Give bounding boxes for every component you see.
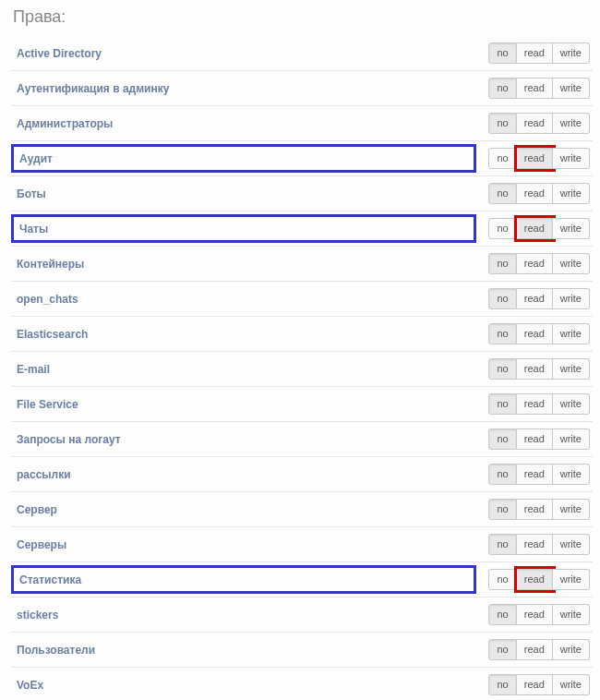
permission-read-button[interactable]: read (517, 78, 553, 99)
permission-no-button[interactable]: no (488, 604, 516, 625)
permission-no-button[interactable]: no (488, 253, 516, 274)
permission-row: Чатыnoreadwrite (11, 211, 593, 247)
permission-label: VoEx (17, 679, 43, 692)
permission-write-button[interactable]: write (553, 569, 590, 590)
permission-read-button[interactable]: read (517, 674, 553, 695)
permission-no-button[interactable]: no (488, 464, 516, 485)
permission-write-button[interactable]: write (553, 604, 590, 625)
permission-read-button[interactable]: read (517, 323, 553, 344)
permission-write-button[interactable]: write (553, 358, 590, 380)
permission-write-button[interactable]: write (553, 288, 590, 309)
permission-read-button[interactable]: read (517, 358, 553, 380)
permission-no-button[interactable]: no (488, 42, 516, 64)
permission-buttons: noreadwrite (487, 603, 591, 626)
permission-read-button[interactable]: read (517, 428, 553, 450)
permission-buttons: noreadwrite (487, 673, 591, 696)
permission-label: E-mail (17, 363, 50, 376)
permission-buttons: noreadwrite (487, 463, 591, 486)
permission-no-button[interactable]: no (488, 499, 516, 520)
permission-label: Администраторы (17, 117, 113, 130)
permission-label: рассылки (17, 468, 71, 481)
permission-buttons: noreadwrite (487, 287, 591, 310)
permission-read-button[interactable]: read (517, 42, 553, 64)
permission-no-button[interactable]: no (488, 288, 516, 309)
permission-no-button[interactable]: no (488, 113, 516, 134)
permission-read-button[interactable]: read (517, 534, 553, 555)
permission-no-button[interactable]: no (488, 639, 516, 660)
permission-row: VoExnoreadwrite (11, 668, 593, 700)
permission-row: Аудитnoreadwrite (11, 141, 593, 176)
highlight-box: Чаты (11, 214, 476, 243)
permission-read-button[interactable]: read (517, 218, 553, 239)
permission-no-button[interactable]: no (488, 218, 516, 239)
permission-row: Ботыnoreadwrite (11, 176, 593, 211)
permission-row: stickersnoreadwrite (11, 597, 593, 633)
permission-write-button[interactable]: write (553, 78, 590, 99)
permission-read-button[interactable]: read (517, 569, 553, 590)
permission-write-button[interactable]: write (553, 534, 590, 555)
permission-label: Аудит (19, 152, 53, 165)
permission-buttons: noreadwrite (487, 428, 591, 451)
permission-row: Контейнерыnoreadwrite (11, 247, 593, 282)
permission-read-button[interactable]: read (517, 113, 553, 134)
permission-buttons: noreadwrite (487, 147, 591, 170)
permission-write-button[interactable]: write (553, 42, 590, 64)
permission-label: Контейнеры (17, 258, 84, 271)
permission-read-button[interactable]: read (517, 393, 553, 415)
permission-no-button[interactable]: no (488, 78, 516, 99)
permission-label: Elasticsearch (17, 328, 88, 341)
permission-buttons: noreadwrite (487, 322, 591, 345)
permissions-list: Active DirectorynoreadwriteАутентификаци… (11, 36, 593, 700)
permission-read-button[interactable]: read (517, 148, 553, 169)
permission-no-button[interactable]: no (488, 323, 516, 344)
permissions-heading: Права: (13, 7, 593, 27)
permission-read-button[interactable]: read (517, 604, 553, 625)
permission-row: рассылкиnoreadwrite (11, 457, 593, 492)
permission-read-button[interactable]: read (517, 639, 553, 660)
permission-row: Запросы на логаутnoreadwrite (11, 422, 593, 457)
permission-no-button[interactable]: no (488, 534, 516, 555)
permission-label: stickers (17, 609, 58, 622)
permission-write-button[interactable]: write (553, 499, 590, 520)
permission-write-button[interactable]: write (553, 428, 590, 450)
permission-no-button[interactable]: no (488, 358, 516, 380)
permission-buttons: noreadwrite (487, 638, 591, 661)
permission-write-button[interactable]: write (553, 323, 590, 344)
permission-read-button[interactable]: read (517, 464, 553, 485)
permission-no-button[interactable]: no (488, 674, 516, 695)
permission-buttons: noreadwrite (487, 77, 591, 100)
permission-write-button[interactable]: write (553, 393, 590, 415)
permission-write-button[interactable]: write (553, 218, 590, 239)
permission-write-button[interactable]: write (553, 464, 590, 485)
permission-no-button[interactable]: no (488, 428, 516, 450)
permission-label: Боты (17, 187, 46, 200)
permission-buttons: noreadwrite (487, 533, 591, 556)
permission-row: Серверnoreadwrite (11, 492, 593, 527)
permission-row: Администраторыnoreadwrite (11, 106, 593, 141)
permission-no-button[interactable]: no (488, 569, 516, 590)
permission-row: File Servicenoreadwrite (11, 387, 593, 422)
permission-write-button[interactable]: write (553, 253, 590, 274)
highlight-box: Статистика (11, 565, 476, 594)
permission-write-button[interactable]: write (553, 674, 590, 695)
permission-read-button[interactable]: read (517, 183, 553, 204)
permission-label: Сервер (17, 503, 57, 516)
permission-label: Active Directory (17, 47, 102, 60)
permission-row: open_chatsnoreadwrite (11, 282, 593, 317)
permission-write-button[interactable]: write (553, 113, 590, 134)
permission-label: Пользователи (17, 644, 95, 657)
permission-read-button[interactable]: read (517, 499, 553, 520)
permission-write-button[interactable]: write (553, 148, 590, 169)
permission-buttons: noreadwrite (487, 182, 591, 205)
permission-write-button[interactable]: write (553, 183, 590, 204)
permission-no-button[interactable]: no (488, 183, 516, 204)
permission-buttons: noreadwrite (487, 217, 591, 240)
permission-no-button[interactable]: no (488, 148, 516, 169)
permission-buttons: noreadwrite (487, 568, 591, 591)
permission-write-button[interactable]: write (553, 639, 590, 660)
permission-read-button[interactable]: read (517, 253, 553, 274)
permission-label: Аутентификация в админку (17, 82, 169, 95)
permission-no-button[interactable]: no (488, 393, 516, 415)
permission-read-button[interactable]: read (517, 288, 553, 309)
permission-label: Статистика (19, 573, 81, 586)
